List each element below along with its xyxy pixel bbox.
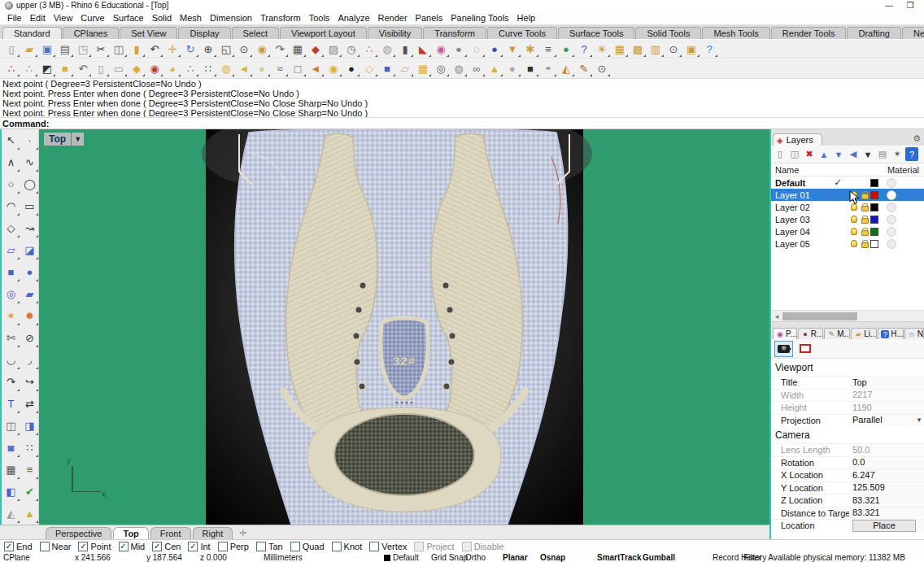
- panel-tab[interactable]: ? H...: [878, 328, 903, 339]
- collapse-button[interactable]: ◀: [847, 147, 860, 161]
- offset-button[interactable]: ◄: [307, 60, 325, 77]
- toolbar-tab[interactable]: Drafting: [847, 27, 901, 39]
- sphere-curves-button[interactable]: ◍: [450, 60, 468, 77]
- chain-button[interactable]: ∞: [468, 60, 486, 77]
- two-circles-button[interactable]: ◉: [325, 60, 342, 77]
- spiral-button[interactable]: ◎: [432, 60, 450, 77]
- blue-cube-button[interactable]: ■: [378, 60, 396, 77]
- menu-item[interactable]: Paneling Tools: [447, 11, 512, 24]
- paneling-bars-button[interactable]: ▥: [647, 41, 665, 58]
- object-properties-button[interactable]: ◉: [432, 41, 450, 58]
- pyramid-gold-button[interactable]: ▲: [20, 503, 39, 525]
- text-button[interactable]: T: [2, 393, 20, 415]
- osnap-toggle[interactable]: ✓ Near: [40, 542, 72, 551]
- checkbox-icon[interactable]: ✓: [462, 542, 472, 551]
- layer-name[interactable]: Layer 02: [775, 203, 827, 212]
- blob-button[interactable]: ●: [253, 60, 271, 77]
- arc-button[interactable]: ◠: [2, 195, 20, 217]
- checkbox-icon[interactable]: ✓: [40, 542, 50, 551]
- control-points-on-button[interactable]: ∴: [2, 60, 20, 77]
- layer-material-circle[interactable]: [887, 178, 896, 188]
- property-value[interactable]: 83.321: [849, 508, 924, 520]
- menu-item[interactable]: Mesh: [176, 11, 206, 24]
- spray-button[interactable]: ▯: [92, 60, 110, 77]
- checkbox-icon[interactable]: ✓: [152, 542, 162, 551]
- cone-box-button[interactable]: ◭: [557, 60, 575, 77]
- menu-item[interactable]: Help: [513, 11, 540, 24]
- status-cell[interactable]: Osnap: [537, 553, 594, 562]
- layer-color-swatch[interactable]: [870, 203, 878, 211]
- status-cell[interactable]: Filter: [740, 553, 765, 562]
- layers-panel-tab[interactable]: ◈ Layers: [773, 133, 822, 146]
- viewport-tab[interactable]: Perspective: [46, 527, 111, 539]
- zoom-extents-button[interactable]: ⊙: [235, 41, 253, 58]
- array-button[interactable]: ∷: [20, 437, 39, 459]
- checkbox-icon[interactable]: ✓: [414, 542, 424, 551]
- viewport-tab[interactable]: Right: [193, 527, 233, 539]
- status-cell[interactable]: z 0.000: [197, 553, 260, 562]
- osnap-toggle[interactable]: ✓ Quad: [290, 542, 325, 551]
- layer-tools-button[interactable]: ✶: [891, 147, 904, 161]
- move-button[interactable]: ⇄: [20, 393, 39, 415]
- status-cell[interactable]: Record History: [709, 553, 740, 562]
- menu-item[interactable]: Tools: [305, 11, 334, 24]
- layer-row[interactable]: Layer 04 ✓: [771, 225, 924, 237]
- top-viewport[interactable]: 32# Top ▼ y x: [39, 129, 769, 525]
- wireframe-view-button[interactable]: ◌: [468, 41, 486, 58]
- paneling-zoom-button[interactable]: ⊙: [665, 41, 682, 58]
- command-prompt[interactable]: Command:: [0, 118, 924, 129]
- dimension-button[interactable]: ≡: [539, 41, 557, 58]
- menu-item[interactable]: Render: [374, 11, 412, 24]
- status-cell[interactable]: Default: [381, 553, 428, 562]
- rendered-view-button[interactable]: ●: [486, 41, 503, 58]
- filter-button[interactable]: ▼: [503, 41, 521, 58]
- cut-button[interactable]: ✂: [92, 41, 110, 58]
- osnap-toggle[interactable]: ✓ Cen: [152, 542, 181, 551]
- checkbox-icon[interactable]: ✓: [369, 542, 379, 551]
- print-button[interactable]: ▤: [56, 41, 74, 58]
- ellipse-button[interactable]: ◯: [20, 173, 39, 195]
- light-button[interactable]: ◍: [378, 41, 396, 58]
- toolbar-tab[interactable]: Visibility: [368, 27, 423, 39]
- checkbox-icon[interactable]: ✓: [188, 542, 198, 551]
- capture-rectangle-button[interactable]: [795, 341, 814, 357]
- open-file-button[interactable]: ▰: [20, 41, 38, 58]
- restore-icon[interactable]: ❐: [901, 1, 919, 10]
- viewport-pan-icon[interactable]: ✛: [239, 528, 246, 539]
- boolean-button[interactable]: ◙: [2, 437, 20, 459]
- toolbar-tab[interactable]: Solid Tools: [635, 27, 701, 39]
- scatter-button[interactable]: ∴: [181, 60, 199, 77]
- minimize-icon[interactable]: —: [880, 1, 898, 10]
- layers-name-column-header[interactable]: Name: [775, 165, 799, 175]
- copy-button[interactable]: ◫: [110, 41, 128, 58]
- layer-material-circle[interactable]: [887, 203, 896, 212]
- paneling-grid-button[interactable]: ▦: [611, 41, 629, 58]
- layer-lock-icon[interactable]: [859, 228, 870, 236]
- menu-item[interactable]: Transform: [256, 11, 305, 24]
- layer-state-button[interactable]: ◣: [414, 41, 432, 58]
- new-file-button[interactable]: ▯: [2, 41, 20, 58]
- circle-button[interactable]: ○: [2, 173, 20, 195]
- redo-view-button[interactable]: ↷: [271, 41, 289, 58]
- checkbox-icon[interactable]: ✓: [218, 542, 228, 551]
- osnap-toggle[interactable]: ✓ Mid: [119, 542, 146, 551]
- osnap-toggle[interactable]: ✓ Point: [78, 542, 111, 551]
- property-value[interactable]: 125.509: [849, 482, 924, 494]
- toolbar-tab[interactable]: Select: [232, 27, 280, 39]
- fillet-button[interactable]: ◡: [2, 349, 20, 371]
- cube-black-button[interactable]: ■: [521, 60, 539, 77]
- display-toggle-button[interactable]: ◩: [38, 60, 56, 77]
- layer-material-circle[interactable]: [887, 239, 896, 249]
- array-linear-button[interactable]: ≡: [20, 459, 39, 481]
- split-button[interactable]: ⊘: [20, 327, 39, 349]
- polygon-button[interactable]: ◇: [2, 217, 20, 239]
- layer-name[interactable]: Layer 05: [775, 239, 827, 249]
- panel-tab[interactable]: ▰ Li...: [851, 328, 877, 339]
- osnap-toggle[interactable]: ✓ Disable: [462, 542, 504, 551]
- delete-layer-button[interactable]: ✖: [803, 147, 816, 161]
- status-cell[interactable]: Ortho: [462, 553, 499, 562]
- paneling-box-button[interactable]: ▣: [682, 41, 700, 58]
- rotate-view-button[interactable]: ↻: [181, 41, 199, 58]
- trim-surface-button[interactable]: ◧: [2, 481, 20, 503]
- surface-button[interactable]: ▱: [2, 239, 20, 261]
